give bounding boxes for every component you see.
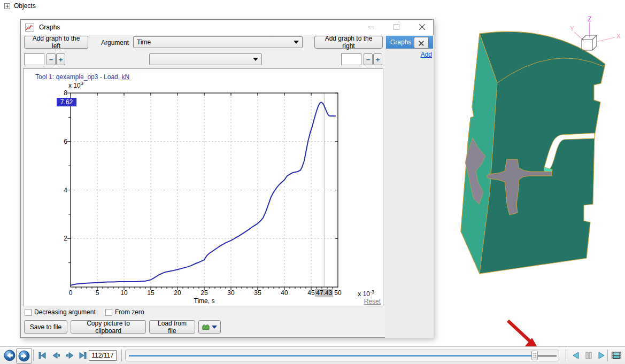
axes-triad: Z Y X (570, 16, 621, 50)
tab-close-icon (419, 40, 424, 45)
first-record-button[interactable] (35, 350, 49, 361)
tab-close-button[interactable] (414, 37, 429, 49)
argument-dropdown[interactable]: Time (133, 36, 303, 48)
add-graph-link[interactable]: Add (415, 51, 432, 58)
x-tick-label: 0 (69, 289, 73, 297)
slider-handle[interactable] (531, 351, 538, 360)
next-record-button[interactable] (63, 350, 77, 361)
dropdown-arrow-icon (212, 326, 217, 329)
record-navigation-bar (0, 346, 625, 364)
separator (607, 350, 608, 361)
x-tick-label: 25 (200, 289, 207, 297)
slider-remaining (538, 355, 557, 357)
application-window: Objects Z Y X (0, 0, 625, 364)
graphs-window: Graphs Graphs 1 Add Add graph to the lef… (20, 19, 434, 338)
dropdown-arrow-icon (253, 58, 258, 61)
x-tick-label: 20 (174, 289, 181, 297)
axis-z-label: Z (588, 16, 591, 23)
last-record-button[interactable] (76, 350, 90, 361)
minimize-button[interactable] (362, 20, 380, 34)
checkbox-box[interactable] (105, 309, 112, 316)
x-multiplier: x 10-3 (358, 289, 374, 298)
frame-counter-input[interactable] (89, 350, 117, 361)
window-title: Graphs (39, 24, 60, 31)
history-forward-button[interactable] (16, 348, 32, 364)
secondary-dropdown[interactable] (149, 53, 262, 65)
argument-value: Time (137, 38, 151, 46)
play-forward-button[interactable] (595, 350, 608, 361)
export-menu-button[interactable] (198, 320, 221, 334)
argument-label: Argument (101, 39, 129, 47)
y-tick-label: 6 (55, 138, 67, 145)
3d-viewport[interactable]: Z Y X (438, 16, 623, 321)
y-tick-label: 2 (55, 235, 67, 242)
plot-area[interactable] (71, 93, 338, 287)
save-to-file-button[interactable]: Save to file (24, 320, 67, 334)
maximize-button[interactable] (387, 20, 405, 34)
lego-brick-icon (202, 323, 210, 331)
close-icon (419, 24, 426, 30)
maximize-icon (393, 24, 399, 30)
x-tick-label: 30 (227, 289, 234, 297)
axis-x-label: X (616, 33, 621, 40)
x-tick-label: 35 (254, 289, 261, 297)
close-button[interactable] (413, 20, 431, 34)
x-tick-label: 5 (96, 289, 99, 297)
decreasing-argument-checkbox[interactable]: Decreasing argument (25, 308, 96, 316)
expand-plus-icon[interactable] (4, 3, 10, 9)
left-plus-button[interactable]: + (56, 53, 65, 65)
x-tick-label: 10 (120, 289, 127, 297)
chart-panel: Tool 1: qexample_op3 - Load, kN x 103 7.… (23, 68, 383, 306)
previous-record-button[interactable] (49, 350, 63, 361)
axis-y-label: Y (570, 25, 574, 33)
play-backward-button[interactable] (569, 350, 583, 361)
y-multiplier: x 103 (68, 81, 83, 89)
y-tick-label: 4 (55, 187, 67, 194)
unit-link[interactable]: kN (121, 73, 129, 81)
x-tick-label: 15 (147, 289, 154, 297)
dropdown-arrow-icon (294, 41, 299, 44)
minimize-icon (368, 27, 374, 27)
add-graph-left-button[interactable]: Add graph to the left (24, 36, 88, 49)
chart-title-text: Tool 1: qexample_op3 - Load, (35, 73, 121, 81)
from-zero-checkbox[interactable]: From zero (105, 308, 144, 316)
slider-progress (129, 355, 533, 357)
cursor-value-badge: 7.62 (57, 98, 76, 106)
right-scale-input[interactable] (341, 53, 361, 65)
animation-export-button[interactable] (610, 350, 623, 361)
reset-link[interactable]: Reset (364, 298, 381, 305)
left-minus-button[interactable]: − (47, 53, 56, 65)
y-tick-label: 8 (55, 89, 67, 97)
cursor-x-label: 47.43 (315, 289, 333, 297)
right-minus-button[interactable]: − (364, 53, 373, 65)
graph-tabs-sidebar (385, 35, 434, 338)
separator (566, 350, 566, 361)
timeline-slider[interactable] (125, 350, 559, 361)
separator (121, 350, 122, 361)
copy-picture-button[interactable]: Copy picture to clipboard (71, 320, 146, 334)
separator (33, 350, 34, 361)
left-scale-input[interactable] (24, 53, 44, 65)
right-plus-button[interactable]: + (373, 53, 382, 65)
graph-window-icon (25, 24, 34, 32)
x-tick-label: 45 (307, 289, 314, 297)
pause-button[interactable] (582, 350, 596, 361)
checkbox-label: Decreasing argument (34, 308, 96, 316)
x-tick-label: 50 (334, 289, 341, 297)
objects-tree-item[interactable]: Objects (4, 2, 36, 10)
filmstrip-icon (611, 351, 622, 360)
checkbox-box[interactable] (25, 309, 32, 316)
load-from-file-button[interactable]: Load from file (149, 320, 195, 334)
checkbox-label: From zero (115, 308, 144, 316)
objects-label: Objects (14, 2, 36, 10)
x-axis-title: Time, s (194, 297, 215, 305)
add-graph-right-button[interactable]: Add graph to the right (314, 36, 383, 49)
x-tick-label: 40 (281, 289, 288, 297)
tab-label: Graphs 1 (390, 38, 416, 46)
grip-dots-icon (533, 353, 536, 358)
history-back-button[interactable] (4, 350, 16, 361)
chart-title: Tool 1: qexample_op3 - Load, kN (35, 73, 129, 81)
